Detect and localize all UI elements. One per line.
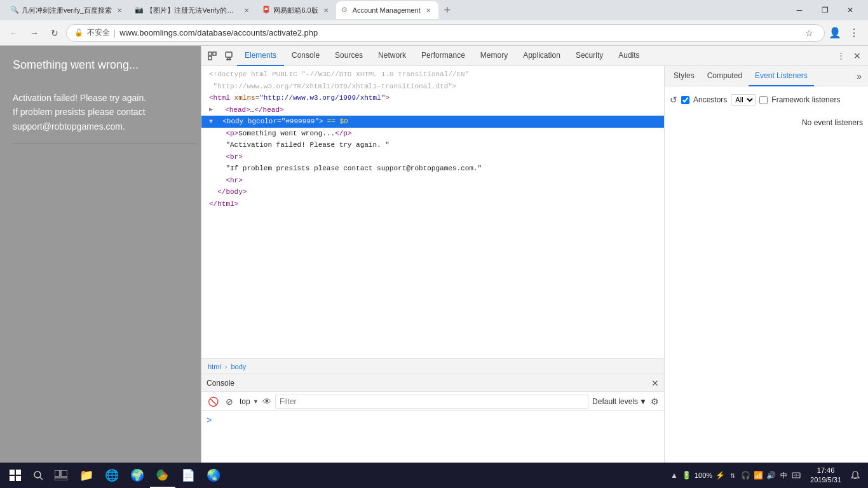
- tab1-close[interactable]: ✕: [114, 5, 125, 15]
- taskbar-item-chrome[interactable]: [150, 463, 175, 488]
- tab1-title: 几何冲刺注册verify_百度搜索: [22, 6, 112, 15]
- styles-tabs: Styles Computed Event Listeners »: [665, 66, 868, 86]
- taskbar-tray: ▲ 🔋 100% ⚡ ⇅ 🎧 📶 🔊 中: [664, 470, 806, 480]
- html-line-hr[interactable]: <hr>: [201, 175, 664, 187]
- tray-headset-icon[interactable]: 🎧: [740, 470, 750, 480]
- devtools-tab-security[interactable]: Security: [568, 46, 611, 66]
- devtools-tab-audits[interactable]: Audits: [611, 46, 647, 66]
- event-listeners-section: ↺ Ancestors All Framework listeners: [670, 92, 863, 108]
- reload-button[interactable]: ↻: [46, 24, 64, 42]
- breadcrumb-html[interactable]: html: [207, 363, 222, 370]
- svg-rect-13: [61, 470, 67, 477]
- close-button[interactable]: ✕: [837, 0, 863, 20]
- menu-button[interactable]: ⋮: [845, 24, 863, 42]
- ancestors-checkbox[interactable]: [681, 96, 689, 104]
- devtools-tab-application[interactable]: Application: [515, 46, 568, 66]
- console-levels-select[interactable]: Default levels ▼: [592, 397, 647, 406]
- svg-rect-14: [55, 478, 67, 480]
- breadcrumb-bar: html › body: [201, 358, 664, 374]
- tray-volume-icon[interactable]: 🔊: [766, 470, 776, 480]
- tab2-close[interactable]: ✕: [241, 5, 252, 15]
- taskbar-item-ie[interactable]: 🌐: [99, 463, 125, 488]
- styles-more-button[interactable]: »: [853, 71, 865, 81]
- start-button[interactable]: [3, 463, 28, 488]
- devtools-inspect-button[interactable]: [204, 48, 220, 64]
- taskbar-items: 📁 🌐 🌍 📄 🌏: [48, 463, 226, 488]
- console-prohibit-button[interactable]: ⊘: [223, 395, 236, 408]
- taskbar-item-explorer[interactable]: 📁: [74, 463, 99, 488]
- svg-point-10: [34, 471, 41, 478]
- browser-tab-3[interactable]: 📮 网易邮箱6.0版 ✕: [257, 1, 336, 19]
- console-close-button[interactable]: ✕: [651, 378, 659, 388]
- devtools-tab-console[interactable]: Console: [284, 46, 327, 66]
- levels-label: Default levels: [592, 397, 638, 406]
- browser-tab-1[interactable]: 🔍 几何冲刺注册verify_百度搜索 ✕: [5, 1, 130, 19]
- devtools-panel: Elements Console Sources Network Perform…: [201, 46, 868, 488]
- error-line3: support@robtopgames.com.: [13, 121, 125, 132]
- taskbar-item-edge[interactable]: 🌍: [125, 463, 150, 488]
- new-tab-button[interactable]: +: [438, 1, 456, 19]
- html-line-body-close[interactable]: </body>: [201, 186, 664, 198]
- forward-button[interactable]: →: [25, 24, 43, 42]
- devtools-tab-performance[interactable]: Performance: [414, 46, 473, 66]
- error-divider: [13, 144, 197, 144]
- devtools-tab-network[interactable]: Network: [370, 46, 414, 66]
- ancestors-dropdown[interactable]: All: [731, 94, 756, 105]
- address-bar[interactable]: 🔓 不安全 | www.boomlings.com/database/accou…: [66, 24, 825, 42]
- restore-button[interactable]: ❐: [812, 0, 837, 20]
- tray-power-icon: ⚡: [715, 470, 725, 480]
- breadcrumb-body[interactable]: body: [229, 363, 247, 370]
- html-line-body[interactable]: ▼ <body bgcolor="#999999"> == $0: [201, 116, 664, 128]
- taskbar-clock[interactable]: 17:46 2019/5/31: [806, 466, 845, 485]
- taskbar-search-button[interactable]: [28, 465, 48, 485]
- tray-battery-icon: 🔋: [682, 470, 692, 480]
- taskbar-item-world[interactable]: 🌏: [201, 463, 226, 488]
- back-button[interactable]: ←: [5, 24, 23, 42]
- head-expand[interactable]: ▶: [209, 105, 215, 114]
- profile-button[interactable]: 👤: [827, 25, 843, 41]
- styles-tab-event-listeners[interactable]: Event Listeners: [749, 66, 814, 86]
- browser-tab-2[interactable]: 📷 【图片】注册无法Verify的解… ✕: [130, 1, 257, 19]
- console-eye-button[interactable]: 👁: [262, 396, 271, 407]
- framework-label: Framework listeners: [771, 95, 840, 104]
- taskbar-notification-button[interactable]: [845, 463, 865, 488]
- error-line1: Activation failed! Please try again.: [13, 93, 146, 103]
- tab4-close[interactable]: ✕: [423, 5, 433, 15]
- console-title: Console: [207, 379, 234, 388]
- html-line-html-close[interactable]: </html>: [201, 198, 664, 210]
- refresh-button[interactable]: ↺: [670, 95, 677, 105]
- html-line-html[interactable]: <html xmlns="http://www.w3.org/1999/xhtm…: [201, 92, 664, 104]
- devtools-tab-sources[interactable]: Sources: [327, 46, 370, 66]
- html-line-br[interactable]: <br>: [201, 151, 664, 163]
- svg-rect-7: [16, 470, 21, 475]
- framework-checkbox[interactable]: [759, 96, 768, 104]
- taskbar-item-taskview[interactable]: [48, 463, 74, 488]
- tray-lang-icon[interactable]: 中: [778, 470, 789, 480]
- styles-tab-styles[interactable]: Styles: [667, 66, 701, 86]
- devtools-close-button[interactable]: ✕: [849, 48, 865, 64]
- browser-tab-4[interactable]: ⚙ Account Management ✕: [336, 1, 438, 19]
- tray-input-icon[interactable]: [791, 470, 801, 480]
- styles-tab-computed[interactable]: Computed: [701, 66, 749, 86]
- console-context-select[interactable]: top: [240, 397, 259, 406]
- devtools-device-button[interactable]: [220, 48, 237, 64]
- bookmark-button[interactable]: ☆: [801, 25, 817, 41]
- taskbar-item-pdf[interactable]: 📄: [175, 463, 201, 488]
- devtools-tab-elements[interactable]: Elements: [237, 46, 284, 66]
- tab3-title: 网易邮箱6.0版: [273, 6, 318, 15]
- svg-rect-12: [55, 470, 60, 477]
- minimize-button[interactable]: ─: [787, 0, 812, 20]
- tray-network-icon[interactable]: 📶: [753, 470, 763, 480]
- tab3-close[interactable]: ✕: [321, 5, 331, 15]
- console-settings-button[interactable]: ⚙: [651, 396, 659, 407]
- devtools-tab-memory[interactable]: Memory: [473, 46, 515, 66]
- html-line-p[interactable]: <p>Something went wrong...</p>: [201, 128, 664, 140]
- levels-arrow: ▼: [639, 397, 647, 406]
- tray-arrows-icon[interactable]: ⇅: [728, 470, 738, 480]
- tray-chevron-up[interactable]: ▲: [669, 470, 679, 480]
- ancestors-row: ↺ Ancestors All Framework listeners: [670, 92, 863, 108]
- devtools-more-button[interactable]: ⋮: [832, 48, 849, 64]
- html-line-head[interactable]: ▶ <head>…</head>: [201, 104, 664, 116]
- console-clear-button[interactable]: 🚫: [207, 395, 219, 408]
- console-filter-input[interactable]: [275, 395, 588, 409]
